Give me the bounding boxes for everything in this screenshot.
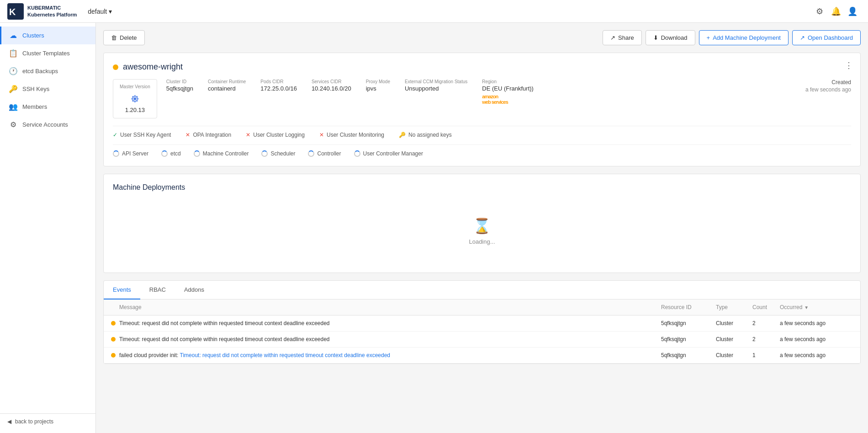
event-message: failed cloud provider init: Timeout: req… — [119, 352, 661, 358]
event-count: 2 — [752, 336, 780, 342]
event-type: Cluster — [716, 320, 752, 326]
user-controller-manager-spinner — [354, 150, 360, 157]
download-button[interactable]: ⬇ Download — [646, 30, 695, 45]
cluster-id-detail: Cluster ID 5qfksqjtgn — [166, 79, 193, 105]
add-machine-label: Add Machine Deployment — [713, 34, 781, 41]
sidebar-item-label: etcd Backups — [22, 68, 58, 75]
feature-flag-opa-integration: ✕ OPA Integration — [185, 132, 231, 138]
created-label: Created — [805, 79, 851, 86]
services-cidr-detail: Services CIDR 10.240.16.0/20 — [312, 79, 351, 105]
project-label: default — [88, 8, 107, 15]
project-selector[interactable]: default ▾ — [88, 8, 112, 15]
type-column-header: Type — [716, 304, 752, 310]
count-column-header: Count — [752, 304, 780, 310]
service-accounts-icon: ⚙ — [9, 120, 18, 129]
scheduler-label: Scheduler — [270, 150, 295, 157]
event-status-dot — [111, 321, 116, 326]
pods-cidr-value: 172.25.0.0/16 — [260, 85, 297, 92]
logo-text: KUBERMATIC Kubernetes Platform — [27, 5, 77, 18]
app-layout: ☁ Clusters 📋 Cluster Templates 🕐 etcd Ba… — [0, 23, 868, 433]
feature-flags: ✓ User SSH Key Agent ✕ OPA Integration ✕… — [113, 126, 851, 138]
event-status-dot — [111, 353, 116, 358]
controller-spinner — [308, 150, 314, 157]
proxy-mode-label: Proxy Mode — [366, 79, 390, 84]
cluster-menu-button[interactable]: ⋮ — [845, 60, 853, 70]
ssh-keys-icon: 🔑 — [9, 85, 18, 93]
events-rows: Timeout: request did not complete within… — [104, 315, 860, 364]
back-arrow-icon: ◀ — [7, 418, 11, 425]
user-ssh-key-agent-label: User SSH Key Agent — [120, 132, 171, 138]
external-ccm-label: External CCM Migration Status — [405, 79, 467, 84]
back-to-projects[interactable]: ◀ back to projects — [0, 413, 95, 429]
event-status-dot — [111, 337, 116, 342]
proxy-mode-value: ipvs — [366, 85, 390, 92]
table-row: Timeout: request did not complete within… — [104, 315, 860, 331]
download-label: Download — [661, 34, 688, 41]
open-dashboard-button[interactable]: ↗ Open Dashboard — [792, 30, 861, 45]
created-detail: Created a few seconds ago — [805, 79, 851, 105]
sidebar-item-ssh-keys[interactable]: 🔑 SSH Keys — [0, 80, 95, 98]
share-button[interactable]: ↗ Share — [603, 30, 642, 45]
component-controller: Controller — [308, 150, 341, 157]
sidebar-item-members[interactable]: 👥 Members — [0, 98, 95, 116]
events-section: EventsRBACAddons Message Resource ID Typ… — [103, 280, 861, 364]
event-occurred: a few seconds ago — [780, 352, 853, 358]
sidebar-item-etcd-backups[interactable]: 🕐 etcd Backups — [0, 62, 95, 80]
event-message: Timeout: request did not complete within… — [119, 320, 661, 326]
event-link[interactable]: Timeout: request did not complete within… — [180, 352, 391, 358]
cluster-details: Cluster ID 5qfksqjtgn Container Runtime … — [166, 79, 851, 105]
event-type: Cluster — [716, 336, 752, 342]
add-machine-deployment-button[interactable]: + Add Machine Deployment — [699, 30, 789, 45]
main-content: 🗑 Delete ↗ Share ⬇ Download + Add Machin… — [96, 23, 868, 433]
user-cluster-logging-status-icon: ✕ — [246, 132, 250, 138]
component-user-controller-manager: User Controller Manager — [354, 150, 423, 157]
event-type: Cluster — [716, 352, 752, 358]
cluster-card: awesome-wright ⋮ Master Version ⎈ 1.20.1… — [103, 53, 861, 166]
container-runtime-label: Container Runtime — [208, 79, 246, 84]
component-status: API Server etcd Machine Controller Sched… — [113, 144, 851, 157]
sidebar-item-service-accounts[interactable]: ⚙ Service Accounts — [0, 116, 95, 134]
feature-flag-user-cluster-monitoring: ✕ User Cluster Monitoring — [319, 132, 384, 138]
region-detail: Region DE (EU (Frankfurt)) amazonweb ser… — [482, 79, 534, 105]
no-assigned-keys-status-icon: 🔑 — [399, 132, 406, 138]
container-runtime-detail: Container Runtime containerd — [208, 79, 246, 105]
machine-controller-label: Machine Controller — [203, 150, 249, 157]
sidebar-item-label: Cluster Templates — [22, 50, 70, 57]
open-dashboard-label: Open Dashboard — [808, 34, 853, 41]
region-label: Region — [482, 79, 534, 84]
settings-icon[interactable]: ⚙ — [811, 3, 828, 20]
events-table-header: Message Resource ID Type Count Occurred … — [104, 299, 860, 315]
event-message: Timeout: request did not complete within… — [119, 336, 661, 342]
events-table: Message Resource ID Type Count Occurred … — [104, 299, 860, 364]
delete-button[interactable]: 🗑 Delete — [103, 30, 145, 45]
chevron-down-icon: ▾ — [109, 8, 112, 15]
resource-id-column-header: Resource ID — [661, 304, 716, 310]
etcd-backups-icon: 🕐 — [9, 67, 18, 75]
opa-integration-status-icon: ✕ — [185, 132, 190, 138]
sidebar-item-cluster-templates[interactable]: 📋 Cluster Templates — [0, 44, 95, 62]
sidebar-item-label: SSH Keys — [22, 86, 49, 92]
feature-flag-no-assigned-keys: 🔑 No assigned keys — [399, 132, 452, 138]
share-icon: ↗ — [610, 34, 615, 41]
pods-cidr-detail: Pods CIDR 172.25.0.0/16 — [260, 79, 297, 105]
external-link-icon: ↗ — [800, 34, 805, 41]
controller-label: Controller — [317, 150, 341, 157]
tab-addons[interactable]: Addons — [175, 281, 213, 299]
cluster-status-indicator — [113, 64, 118, 70]
tab-events[interactable]: Events — [104, 281, 140, 299]
loading-state: ⌛ Loading... — [113, 199, 851, 263]
tab-rbac[interactable]: RBAC — [140, 281, 175, 299]
event-resource-id: 5qfksqjtgn — [661, 320, 716, 326]
profile-icon[interactable]: 👤 — [844, 3, 861, 20]
kubermatic-logo: K — [7, 3, 24, 20]
sidebar-item-clusters[interactable]: ☁ Clusters — [0, 27, 95, 44]
user-cluster-logging-label: User Cluster Logging — [253, 132, 305, 138]
events-tabs: EventsRBACAddons — [104, 281, 860, 299]
external-ccm-detail: External CCM Migration Status Unsupporte… — [405, 79, 467, 105]
logo: K KUBERMATIC Kubernetes Platform — [7, 3, 77, 20]
occurred-column-header[interactable]: Occurred ▼ — [780, 304, 853, 310]
aws-logo: amazonweb services — [482, 94, 534, 105]
notifications-icon[interactable]: 🔔 — [828, 3, 844, 20]
sidebar-item-label: Members — [22, 103, 47, 110]
sidebar: ☁ Clusters 📋 Cluster Templates 🕐 etcd Ba… — [0, 23, 96, 433]
